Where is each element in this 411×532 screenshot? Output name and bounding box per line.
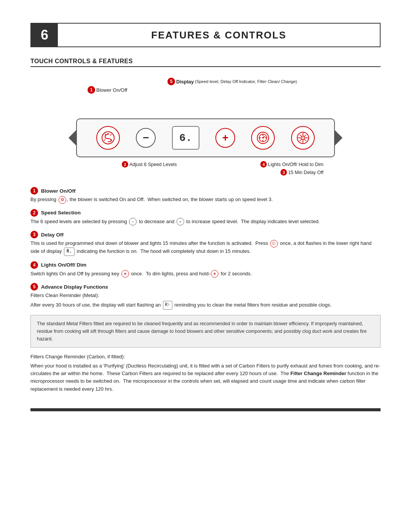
svg-point-4: [262, 137, 264, 139]
feature-display: 5 Advance Display Functions Filters Clea…: [30, 283, 381, 310]
panel-tab-right: [335, 130, 342, 145]
callout-1-top: 1: [88, 86, 95, 94]
chapter-number: 6: [31, 24, 58, 46]
bottom-bar: [30, 408, 381, 411]
delay-off-button[interactable]: [251, 126, 275, 150]
feature-filters-change: Filters Change Reminder (Carbon, if fitt…: [30, 353, 381, 393]
filters-clean-subtitle: Filters Clean Reminder (Metal):: [30, 292, 381, 299]
feature-speed: 2 Speed Selection The 6 speed levels are…: [30, 209, 381, 226]
speed-decrease-button[interactable]: −: [136, 128, 156, 148]
feature-lights: 4 Lights On/Off/ Dim Switch lights On an…: [30, 261, 381, 278]
lights-hold-inline-icon: ☀: [211, 270, 218, 278]
warning-text: The standard Metal Filters fitted are re…: [37, 321, 366, 342]
callout-5-top: 5: [167, 78, 175, 85]
label-lights-delay-below: 4 Lights On/Off/ Hold to Dim 3 15 Min De…: [260, 161, 323, 176]
svg-point-1: [107, 133, 109, 135]
filters-change-subtitle: Filters Change Reminder (Carbon, if fitt…: [30, 353, 381, 361]
feature-delay-text: This is used for programmed shut down of…: [30, 240, 381, 256]
filters-change-text: When your hood is installed as a 'Purify…: [30, 362, 381, 393]
filters-clean-text: After every 30 hours of use, the display…: [30, 301, 381, 310]
panel-tab-left: [68, 130, 76, 145]
display-inline-box: 6.: [64, 248, 75, 256]
label-blower-top: 1 Blower On/Off: [88, 86, 127, 94]
feature-lights-text: Switch lights On and Off by pressing key…: [30, 270, 381, 278]
chapter-title: FEATURES & CONTROLS: [58, 26, 380, 45]
plus-inline-icon: +: [177, 218, 184, 225]
blower-button[interactable]: [96, 126, 120, 150]
feature-delay-title: 3 Delay Off: [30, 231, 381, 238]
delay-inline-icon: ⏲: [270, 240, 278, 248]
minus-inline-icon: −: [129, 218, 137, 225]
section-heading: TOUCH CONTROLS & FEATURES: [30, 58, 381, 67]
lights-button[interactable]: [291, 126, 315, 150]
warning-box: The standard Metal Filters fitted are re…: [30, 315, 381, 348]
feature-blower-title: 1 Blower On/Off: [30, 187, 381, 195]
chapter-header: 6 FEATURES & CONTROLS: [30, 23, 381, 47]
control-diagram: 1 Blower On/Off 5 Display (Speed level, …: [76, 75, 335, 176]
blower-inline-icon: ⚙: [59, 196, 66, 204]
feature-speed-title: 2 Speed Selection: [30, 209, 381, 217]
feature-lights-title: 4 Lights On/Off/ Dim: [30, 261, 381, 269]
feature-display-title: 5 Advance Display Functions: [30, 283, 381, 291]
speed-display: 6.: [172, 126, 199, 150]
feature-blower: 1 Blower On/Off By pressing ⚙, the blowe…: [30, 187, 381, 204]
feature-delay: 3 Delay Off This is used for programmed …: [30, 231, 381, 256]
label-display-top: 5 Display (Speed level, Delay Off Indica…: [167, 78, 297, 85]
lights-inline-icon: ☀: [121, 270, 129, 278]
control-panel: − 6. +: [76, 118, 335, 157]
feature-speed-text: The 6 speed levels are selected by press…: [30, 218, 381, 226]
diagram-labels-below: 2 Adjust 6 Speed Levels 4 Lights On/Off/…: [76, 161, 335, 176]
speed-increase-button[interactable]: +: [215, 128, 235, 148]
feature-blower-text: By pressing ⚙, the blower is switched On…: [30, 196, 381, 204]
label-speed-below: 2 Adjust 6 Speed Levels: [122, 161, 177, 176]
